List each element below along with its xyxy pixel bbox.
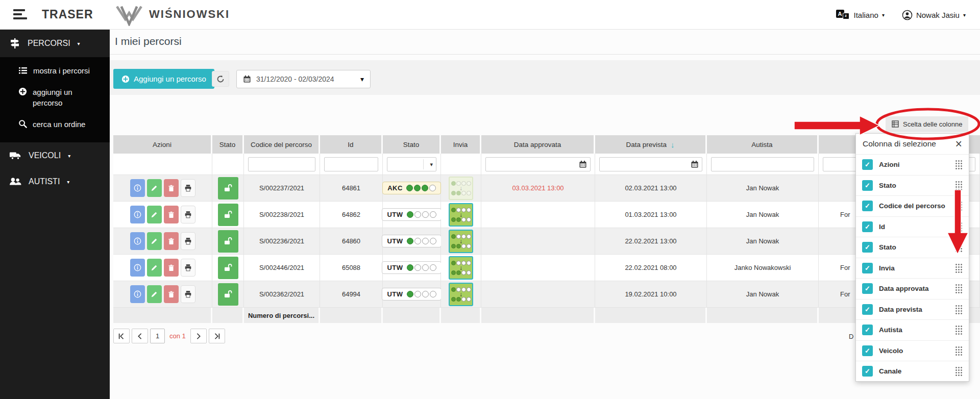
checked-checkbox[interactable]: ✓	[862, 221, 873, 232]
checked-checkbox[interactable]: ✓	[862, 242, 873, 253]
calendar-icon[interactable]	[578, 159, 588, 169]
column-header-stato[interactable]: Stato	[383, 135, 441, 154]
drag-handle-icon[interactable]	[955, 346, 963, 356]
print-button[interactable]	[181, 179, 195, 197]
panel-item-canale[interactable]: ✓Canale	[856, 361, 969, 382]
panel-item-autista[interactable]: ✓Autista	[856, 319, 969, 340]
column-header-stato[interactable]: Stato	[212, 135, 244, 154]
column-header-invia[interactable]: Invia	[441, 135, 481, 154]
panel-item-id[interactable]: ✓Id	[856, 216, 969, 237]
unlock-button[interactable]	[218, 257, 238, 279]
panel-item-azioni[interactable]: ✓Azioni	[856, 154, 969, 175]
info-button[interactable]	[130, 206, 145, 223]
drag-handle-icon[interactable]	[955, 366, 963, 376]
panel-item-stato[interactable]: ✓Stato	[856, 237, 969, 258]
info-button[interactable]	[130, 179, 145, 197]
drag-handle-icon[interactable]	[955, 325, 963, 335]
filter-input-8[interactable]	[711, 157, 814, 171]
sidebar-item-mostra-percorsi[interactable]: mostra i percorsi	[0, 60, 110, 82]
panel-item-stato[interactable]: ✓Stato	[856, 175, 969, 196]
drag-handle-icon[interactable]	[955, 263, 963, 273]
drag-handle-icon[interactable]	[955, 160, 963, 169]
column-header-azioni[interactable]: Azioni	[113, 135, 212, 154]
checked-checkbox[interactable]: ✓	[862, 304, 873, 315]
date-range-picker[interactable]: 31/12/2020 - 02/03/2024 ▾	[236, 70, 371, 88]
filter-date-input-7[interactable]	[599, 157, 702, 171]
delete-button[interactable]	[164, 179, 179, 197]
filter-select-4[interactable]: ▾	[387, 157, 436, 171]
sidebar-item-percorsi[interactable]: PERCORSI ▾	[0, 30, 110, 57]
last-page-button[interactable]	[209, 329, 225, 343]
info-button[interactable]	[130, 285, 145, 303]
drag-handle-icon[interactable]	[955, 181, 963, 190]
panel-item-data-prevista[interactable]: ✓Data prevista	[856, 299, 969, 320]
info-button[interactable]	[130, 259, 145, 277]
sidebar-item-cerca-ordine[interactable]: cerca un ordine	[0, 114, 110, 135]
drag-handle-icon[interactable]	[955, 201, 963, 211]
send-button[interactable]: ↓	[449, 256, 473, 280]
refresh-button[interactable]	[212, 71, 229, 87]
edit-button[interactable]	[147, 206, 162, 223]
column-header-data-approvata[interactable]: Data approvata	[481, 135, 595, 154]
close-icon[interactable]: ×	[955, 139, 962, 149]
send-button[interactable]: ↓	[449, 203, 473, 227]
column-header-id[interactable]: Id	[320, 135, 383, 154]
column-header-codice-del-percorso[interactable]: Codice del percorso	[244, 135, 320, 154]
drag-handle-icon[interactable]	[955, 222, 963, 232]
drag-handle-icon[interactable]	[955, 284, 963, 293]
checked-checkbox[interactable]: ✓	[862, 345, 873, 356]
checked-checkbox[interactable]: ✓	[862, 159, 873, 170]
delete-button[interactable]	[164, 232, 179, 250]
delete-button[interactable]	[164, 285, 179, 303]
next-page-button[interactable]	[190, 329, 207, 343]
panel-item-invia[interactable]: ✓Invia	[856, 258, 969, 279]
drag-handle-icon[interactable]	[955, 242, 963, 252]
unlock-button[interactable]	[218, 230, 238, 253]
hamburger-menu-icon[interactable]	[13, 9, 29, 21]
checked-checkbox[interactable]: ✓	[862, 283, 873, 294]
checked-checkbox[interactable]: ✓	[862, 263, 873, 273]
send-button[interactable]: ↓	[449, 283, 473, 306]
unlock-button[interactable]	[218, 177, 238, 199]
user-menu[interactable]: Nowak Jasiu ▾	[902, 10, 966, 20]
info-button[interactable]	[130, 232, 145, 250]
language-selector[interactable]: Az Italiano ▾	[836, 9, 885, 20]
checked-checkbox[interactable]: ✓	[862, 366, 873, 377]
sidebar-item-label: mostra i percorsi	[33, 66, 90, 76]
print-button[interactable]	[181, 232, 195, 250]
sidebar-item-veicoli[interactable]: VEICOLI ▾	[0, 142, 110, 169]
prev-page-button[interactable]	[132, 329, 148, 343]
print-button[interactable]	[181, 206, 195, 223]
panel-item-data-approvata[interactable]: ✓Data approvata	[856, 278, 969, 299]
delete-button[interactable]	[164, 206, 179, 223]
panel-item-veicolo[interactable]: ✓Veicolo	[856, 340, 969, 361]
calendar-icon[interactable]	[690, 159, 700, 169]
page-number-input[interactable]	[150, 329, 165, 343]
edit-button[interactable]	[147, 179, 162, 197]
checked-checkbox[interactable]: ✓	[862, 180, 873, 191]
column-chooser-button[interactable]: Scelta delle colonne	[886, 116, 968, 132]
filter-date-input-6[interactable]	[485, 157, 591, 171]
checked-checkbox[interactable]: ✓	[862, 201, 873, 211]
delete-button[interactable]	[164, 259, 179, 277]
checked-checkbox[interactable]: ✓	[862, 325, 873, 335]
column-header-autista[interactable]: Autista	[707, 135, 819, 154]
sidebar-item-aggiungi-percorso[interactable]: aggiungi un percorso	[0, 82, 110, 114]
drag-handle-icon[interactable]	[955, 305, 963, 314]
filter-input-2[interactable]	[248, 157, 315, 171]
sort-desc-icon[interactable]: ↓	[671, 140, 675, 149]
panel-item-codice-del-percorso[interactable]: ✓Codice del percorso	[856, 195, 969, 216]
send-button[interactable]: ↓	[449, 230, 473, 253]
add-route-button[interactable]: Aggiungi un percorso	[113, 69, 214, 89]
edit-button[interactable]	[147, 259, 162, 277]
print-button[interactable]	[181, 259, 195, 277]
column-header-data-prevista[interactable]: Data prevista↓	[595, 135, 707, 154]
unlock-button[interactable]	[218, 204, 238, 226]
edit-button[interactable]	[147, 232, 162, 250]
edit-button[interactable]	[147, 285, 162, 303]
filter-input-3[interactable]	[324, 157, 378, 171]
first-page-button[interactable]	[113, 329, 130, 343]
unlock-button[interactable]	[218, 283, 238, 306]
sidebar-item-autisti[interactable]: AUTISTI ▾	[0, 169, 110, 194]
print-button[interactable]	[181, 285, 195, 303]
